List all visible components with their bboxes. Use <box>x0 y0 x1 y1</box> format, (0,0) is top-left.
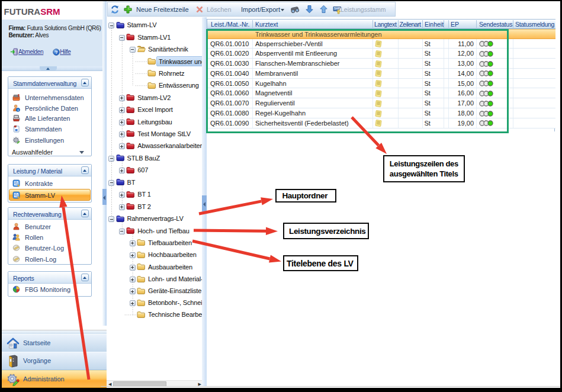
svg-text:SAP: SAP <box>334 7 341 10</box>
